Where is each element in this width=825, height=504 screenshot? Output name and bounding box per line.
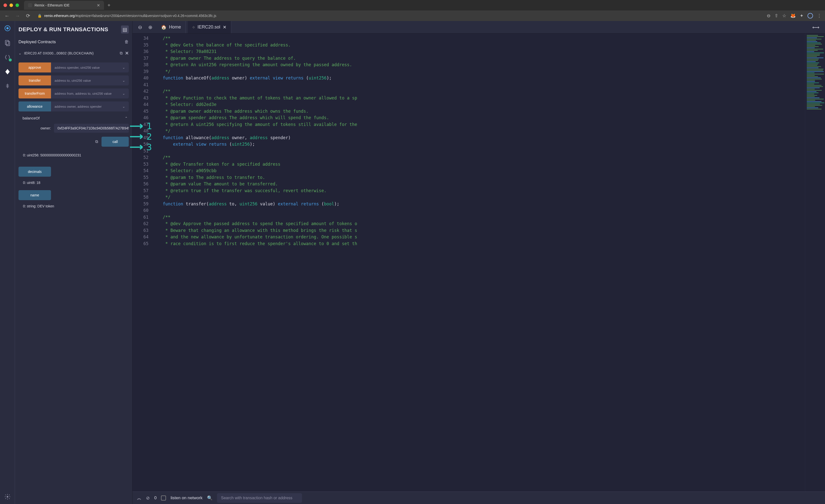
allowance-params-input[interactable]: address owner, address spender ⌄ [51, 101, 129, 111]
transfer-params-input[interactable]: address to, uint256 value ⌄ [51, 75, 129, 85]
minimap[interactable] [805, 33, 825, 492]
clear-instances-icon[interactable]: 🗑 [125, 39, 129, 45]
menu-icon[interactable]: ⋮ [817, 13, 822, 18]
svg-rect-3 [6, 41, 9, 46]
chevron-up-icon[interactable]: ⌃ [125, 116, 128, 120]
transfer-button[interactable]: transfer [18, 75, 51, 85]
function-decimals: decimals [18, 167, 129, 177]
listen-checkbox[interactable] [161, 496, 166, 501]
new-tab-button[interactable]: + [107, 2, 110, 8]
compiler-icon[interactable] [4, 54, 11, 61]
remix-logo[interactable] [4, 24, 11, 32]
listen-label: listen on network [170, 496, 203, 501]
compile-success-badge [8, 58, 12, 62]
svg-point-1 [6, 27, 8, 29]
metamask-extension-icon[interactable]: 🦊 [790, 13, 796, 18]
approve-button[interactable]: approve [18, 63, 51, 73]
name-button[interactable]: name [18, 190, 51, 200]
browser-tab-strip: Remix - Ethereum IDE ✕ + [0, 0, 825, 10]
deployed-contracts-header: Deployed Contracts [18, 39, 56, 45]
function-transfer: transfer address to, uint256 value ⌄ [18, 75, 129, 85]
terminal-clear-icon[interactable]: ⊘ [146, 495, 150, 501]
remove-instance-icon[interactable]: ✕ [125, 51, 129, 56]
home-icon: 🏠 [161, 24, 166, 30]
editor-tab-bar: ⊖ ⊕ 🏠 Home ⟐ IERC20.sol ✕ ⟷ [133, 21, 825, 33]
editor-area: ⊖ ⊕ 🏠 Home ⟐ IERC20.sol ✕ ⟷ 343536373839… [133, 21, 825, 504]
file-explorer-icon[interactable] [4, 39, 11, 47]
decimals-result: 0: uint8: 18 [18, 178, 129, 190]
chevron-down-icon[interactable]: ⌄ [122, 66, 125, 70]
approve-params-input[interactable]: address spender, uint256 value ⌄ [51, 63, 129, 73]
zoom-out-icon[interactable]: ⊖ [136, 24, 144, 30]
url-path: /#optimize=false&runs=200&evmVersion=nul… [75, 14, 216, 18]
contract-instance-label: IERC20 AT 0X000...00802 (BLOCKCHAIN) [24, 51, 117, 55]
function-allowance: allowance address owner, address spender… [18, 101, 129, 111]
minimize-window-button[interactable] [9, 3, 13, 7]
maximize-window-button[interactable] [15, 3, 19, 7]
share-icon[interactable]: ⇧ [774, 13, 778, 18]
function-transferfrom: transferFrom address from, address to, u… [18, 88, 129, 98]
panel-title: DEPLOY & RUN TRANSACTIONS [18, 26, 108, 33]
zoom-in-icon[interactable]: ⊕ [146, 24, 154, 30]
tab-home[interactable]: 🏠 Home [156, 21, 186, 33]
deploy-panel: DEPLOY & RUN TRANSACTIONS ▤ Deployed Con… [15, 21, 133, 504]
call-button[interactable]: call [101, 137, 129, 147]
chevron-down-icon[interactable]: ⌄ [122, 78, 125, 82]
browser-tab-title: Remix - Ethereum IDE [34, 3, 94, 7]
extensions-icon[interactable]: ✦ [800, 13, 804, 18]
allowance-button[interactable]: allowance [18, 101, 51, 111]
tab-ierc20[interactable]: ⟐ IERC20.sol ✕ [188, 21, 231, 33]
close-tab-icon[interactable]: ✕ [223, 24, 226, 30]
close-tab-icon[interactable]: ✕ [97, 3, 100, 8]
profile-avatar[interactable] [808, 13, 813, 18]
zoom-icon[interactable]: ⊖ [767, 13, 770, 18]
docs-icon[interactable]: ▤ [121, 25, 129, 33]
chevron-down-icon[interactable]: ⌄ [122, 104, 125, 108]
search-icon[interactable]: 🔍 [207, 495, 213, 501]
line-number-gutter: 3435363738394041424344454647484950515253… [133, 33, 152, 492]
browser-tab[interactable]: Remix - Ethereum IDE ✕ [24, 1, 104, 10]
lock-icon: 🔒 [38, 14, 42, 18]
copy-address-icon[interactable]: ⧉ [120, 51, 123, 56]
function-balanceof-expanded: balanceOf ⌃ owner: 0xf24FF3a9CF04c71Dbc9… [18, 114, 129, 163]
balanceof-label: balanceOf [19, 116, 40, 120]
contract-instance-row[interactable]: ⌄ IERC20 AT 0X000...00802 (BLOCKCHAIN) ⧉… [18, 49, 129, 58]
plugin-icon[interactable] [4, 82, 11, 90]
reload-button[interactable]: ⟳ [24, 13, 31, 19]
close-window-button[interactable] [3, 3, 7, 7]
code-editor[interactable]: /** * @dev Gets the balance of the speci… [152, 33, 805, 492]
transferfrom-button[interactable]: transferFrom [18, 88, 51, 98]
window-controls [3, 3, 19, 7]
transferfrom-params-input[interactable]: address from, address to, uint256 value … [51, 88, 129, 98]
bookmark-icon[interactable]: ☆ [782, 13, 786, 18]
svg-rect-2 [5, 40, 8, 45]
deploy-icon[interactable] [4, 68, 11, 75]
chevron-down-icon[interactable]: ⌄ [122, 91, 125, 95]
terminal-search-input[interactable]: Search with transaction hash or address [217, 493, 302, 503]
favicon [28, 3, 32, 7]
back-button[interactable]: ← [3, 13, 10, 19]
copy-params-icon[interactable]: ⧉ [95, 140, 98, 144]
forward-button[interactable]: → [14, 13, 21, 19]
owner-param-input[interactable]: 0xf24FF3a9CF04c71Dbc94D0b566f7A27B945 [54, 124, 129, 133]
balanceof-result: 0: uint256: 500000000000000000231 [18, 151, 129, 163]
url-host: remix.ethereum.org [44, 14, 75, 18]
caret-down-icon: ⌄ [18, 51, 21, 55]
settings-icon[interactable] [4, 493, 11, 501]
expand-icon[interactable]: ⟷ [810, 24, 822, 30]
function-name: name [18, 190, 129, 200]
terminal-expand-icon[interactable]: ︽ [137, 495, 142, 501]
function-approve: approve address spender, uint256 value ⌄ [18, 63, 129, 73]
pending-tx-count: 0 [154, 496, 156, 501]
terminal-bar: ︽ ⊘ 0 listen on network 🔍 Search with tr… [133, 492, 825, 504]
left-icon-rail [0, 21, 15, 504]
address-bar[interactable]: 🔒 remix.ethereum.org/#optimize=false&run… [35, 14, 763, 18]
svg-point-4 [6, 496, 8, 498]
solidity-file-icon: ⟐ [192, 24, 195, 30]
owner-param-label: owner: [18, 126, 51, 130]
decimals-button[interactable]: decimals [18, 167, 51, 177]
browser-toolbar: ← → ⟳ 🔒 remix.ethereum.org/#optimize=fal… [0, 10, 825, 21]
name-result: 0: string: DEV token [18, 202, 129, 214]
